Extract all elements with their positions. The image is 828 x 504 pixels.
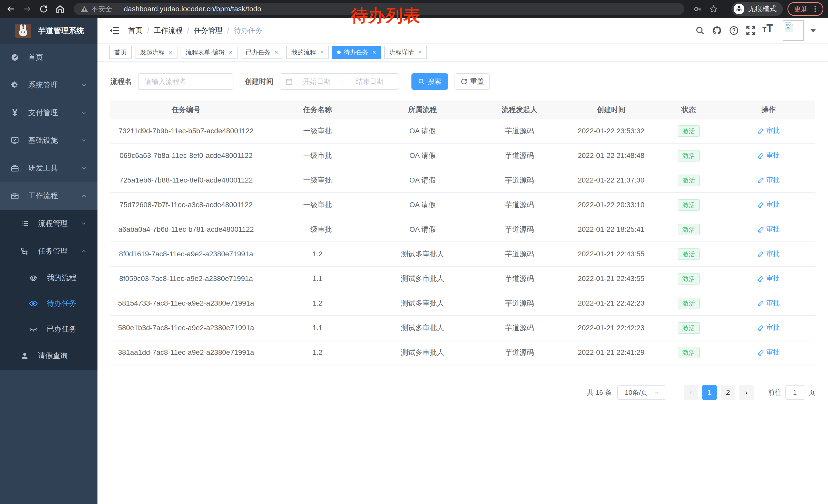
create-time-label: 创建时间: [245, 77, 274, 86]
app-logo[interactable]: 芋道管理系统: [0, 18, 97, 44]
tab-close-icon[interactable]: ×: [229, 49, 233, 56]
view-tab[interactable]: 待办任务 ×: [332, 46, 381, 59]
process-cell: 测试多审批人: [373, 323, 472, 333]
task-name-cell: 1.2: [262, 250, 373, 258]
github-icon[interactable]: [708, 22, 726, 39]
sidebar: 芋道管理系统 首页 系统管理 ¥ 支付管理: [0, 18, 97, 504]
sidebar-item-leave-query[interactable]: 请假查询: [0, 342, 97, 370]
date-range-input[interactable]: 开始日期 - 结束日期: [280, 73, 399, 90]
breadcrumb-workflow[interactable]: 工作流程: [154, 26, 182, 35]
starter-cell: 芋道源码: [472, 299, 567, 308]
breadcrumb-home[interactable]: 首页: [128, 26, 142, 35]
pagination: 共 16 条 10条/页 ‹ 1 2 › 前往 1 页: [110, 385, 815, 400]
chevron-down-icon: [81, 82, 87, 88]
view-tab[interactable]: 流程表单-编辑 ×: [180, 46, 238, 59]
prev-page-button[interactable]: ‹: [684, 385, 698, 400]
tab-close-icon[interactable]: ×: [275, 49, 278, 56]
created-time-cell: 2022-01-21 22:43:55: [567, 275, 655, 283]
approve-link[interactable]: 审批: [758, 151, 780, 160]
sidebar-item-payment[interactable]: ¥ 支付管理: [0, 99, 97, 127]
fullscreen-icon[interactable]: [742, 22, 759, 39]
tab-close-icon[interactable]: ×: [418, 49, 422, 56]
process-cell: 测试多审批人: [373, 274, 472, 283]
starter-cell: 芋道源码: [472, 323, 567, 333]
view-tab[interactable]: 流程详情 ×: [384, 46, 427, 59]
view-tab[interactable]: 发起流程 ×: [135, 46, 177, 59]
view-tab[interactable]: 已办任务 ×: [241, 46, 283, 59]
edit-pen-icon: [758, 250, 764, 257]
tab-close-icon[interactable]: ×: [320, 49, 324, 56]
avatar-broken-image[interactable]: [783, 20, 804, 41]
more-vertical-icon[interactable]: [812, 5, 819, 13]
search-button[interactable]: 搜索: [411, 73, 448, 90]
search-icon[interactable]: [692, 22, 708, 39]
forward-icon[interactable]: [21, 3, 33, 15]
sidebar-item-home[interactable]: 首页: [0, 44, 97, 71]
action-cell: 审批: [722, 175, 815, 185]
table-row: a6aba0a4-7b6d-11ec-b781-acde48001122 一级审…: [110, 217, 815, 242]
view-tab[interactable]: 首页 ×: [109, 46, 132, 59]
page-button-2[interactable]: 2: [721, 385, 735, 400]
sidebar-item-done-tasks[interactable]: 已办任务: [0, 316, 97, 342]
home-icon[interactable]: [54, 3, 66, 15]
back-icon[interactable]: [5, 3, 17, 15]
sidebar-item-system[interactable]: 系统管理: [0, 71, 97, 99]
workflow-submenu: 流程管理 任务管理 我的流程: [0, 210, 97, 370]
process-name-placeholder: 请输入流程名: [145, 77, 186, 86]
update-chrome-button[interactable]: 更新: [787, 2, 823, 16]
sidebar-item-devtools[interactable]: 研发工具: [0, 154, 97, 182]
edit-pen-icon: [758, 152, 764, 159]
approve-link[interactable]: 审批: [758, 225, 780, 234]
approve-link[interactable]: 审批: [758, 323, 780, 332]
key-icon[interactable]: [692, 3, 704, 15]
edit-pen-icon: [758, 127, 764, 134]
breadcrumb-task-mgmt[interactable]: 任务管理: [194, 26, 223, 35]
goto-page-input[interactable]: 1: [785, 385, 804, 400]
next-page-button[interactable]: ›: [739, 385, 754, 400]
help-icon[interactable]: [726, 22, 742, 39]
task-id-cell: 75d72608-7b7f-11ec-a3c8-acde48001122: [110, 201, 262, 209]
sidebar-item-process-mgmt[interactable]: 流程管理: [0, 210, 97, 237]
logo-image: [15, 24, 31, 38]
incognito-icon: [734, 4, 744, 14]
tab-close-icon[interactable]: ×: [169, 49, 172, 56]
sidebar-item-workflow[interactable]: 工作流程: [0, 182, 97, 210]
starter-cell: 芋道源码: [472, 200, 567, 210]
star-icon[interactable]: [707, 3, 720, 15]
approve-link[interactable]: 审批: [758, 299, 780, 307]
reload-icon[interactable]: [37, 3, 50, 15]
security-warning[interactable]: 不安全: [81, 4, 112, 13]
page-size-select[interactable]: 10条/页: [617, 385, 665, 400]
page-button-1[interactable]: 1: [702, 385, 717, 400]
browser-toolbar: 不安全 dashboard.yudao.iocoder.cn/bpm/task/…: [0, 0, 828, 18]
status-badge: 激活: [678, 347, 700, 358]
view-tab[interactable]: 我的流程 ×: [286, 46, 329, 59]
security-label: 不安全: [91, 4, 112, 13]
status-cell: 激活: [655, 273, 722, 284]
sidebar-collapse-icon[interactable]: [109, 26, 120, 35]
tab-close-icon[interactable]: ×: [372, 49, 376, 56]
address-bar[interactable]: 不安全 dashboard.yudao.iocoder.cn/bpm/task/…: [74, 3, 685, 15]
task-id-cell: 069c6a63-7b8a-11ec-8ef0-acde48001122: [110, 151, 262, 160]
sidebar-item-todo-tasks[interactable]: 待办任务: [0, 291, 97, 316]
approve-link[interactable]: 审批: [758, 126, 780, 135]
chevron-down-icon[interactable]: [810, 29, 816, 32]
calendar-icon: [285, 78, 293, 85]
action-cell: 审批: [722, 299, 815, 308]
approve-link[interactable]: 审批: [758, 200, 780, 209]
table-row: 58154733-7ac8-11ec-a9e2-a2380e71991a 1.2…: [110, 291, 815, 316]
sidebar-item-infra[interactable]: 基础设施: [0, 127, 97, 154]
reset-button[interactable]: 重置: [455, 73, 490, 90]
approve-link[interactable]: 审批: [758, 274, 780, 283]
process-name-input[interactable]: 请输入流程名: [138, 73, 234, 90]
approve-link[interactable]: 审批: [758, 175, 780, 184]
sidebar-item-my-process[interactable]: 我的流程: [0, 265, 97, 291]
sidebar-item-task-mgmt[interactable]: 任务管理: [0, 237, 97, 265]
approve-link[interactable]: 审批: [758, 348, 780, 357]
approve-link[interactable]: 审批: [758, 249, 780, 258]
created-time-cell: 2022-01-21 22:42:23: [567, 299, 655, 307]
text-size-icon[interactable]: TT: [759, 22, 776, 39]
status-badge: 激活: [678, 297, 700, 309]
toolbox-icon: [10, 164, 19, 173]
col-header-process: 所属流程: [373, 105, 472, 114]
